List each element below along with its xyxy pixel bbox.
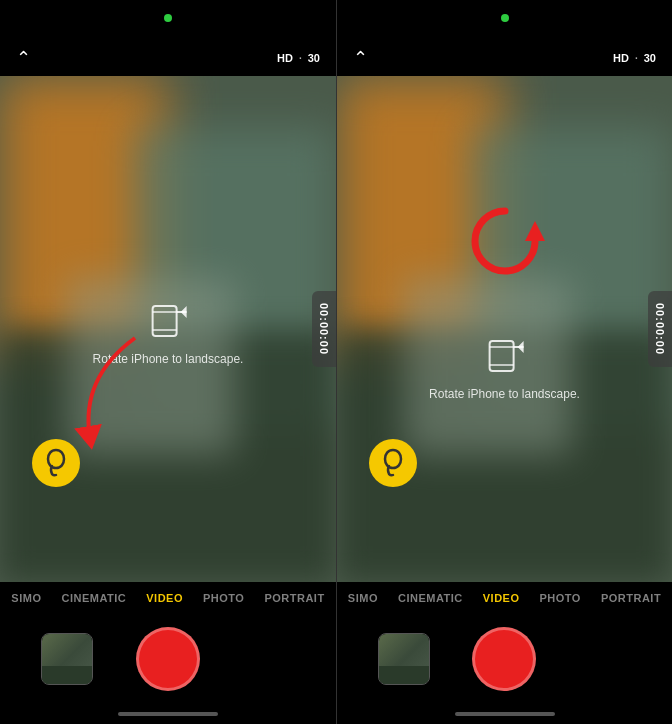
rotate-text-right: Rotate iPhone to landscape. (429, 387, 580, 401)
camera-top-bar-right: ⌃ HD · 30 (337, 40, 672, 76)
thumb-stripe-right (379, 666, 429, 684)
phone-panel-right: ⌃ HD · 30 (336, 0, 672, 724)
mode-simo-left[interactable]: SIMO (1, 592, 51, 604)
mode-video-left[interactable]: VIDEO (136, 592, 193, 604)
mode-cinematic-left[interactable]: CINEMATIC (51, 592, 136, 604)
rotate-icon-left (143, 292, 193, 342)
chevron-up-icon-left[interactable]: ⌃ (16, 49, 31, 67)
spacer-right-left (243, 633, 295, 685)
rotate-message-right: Rotate iPhone to landscape. (429, 327, 580, 401)
thumbnail-right[interactable] (378, 633, 430, 685)
thumbnail-left[interactable] (41, 633, 93, 685)
yellow-btn-left[interactable] (32, 439, 80, 487)
rotate-icon-right (480, 327, 530, 377)
yellow-btn-right[interactable] (369, 439, 417, 487)
phone-panel-left: ⌃ HD · 30 Rotate iPhone to landscape. (0, 0, 336, 724)
mode-portrait-left[interactable]: PORTRAIT (254, 592, 334, 604)
svg-rect-6 (490, 341, 514, 371)
record-button-left[interactable] (136, 627, 200, 691)
viewfinder-left[interactable]: Rotate iPhone to landscape. 00:00:00 (0, 76, 336, 582)
svg-rect-0 (153, 306, 177, 336)
dot-sep-right: · (635, 53, 638, 64)
mode-selector-right: SIMO CINEMATIC VIDEO PHOTO PORTRAIT (337, 582, 672, 614)
viewfinder-right[interactable]: Rotate iPhone to landscape. 00:00:00 (337, 76, 672, 582)
top-controls-left: HD · 30 (277, 52, 320, 64)
chevron-up-icon-right[interactable]: ⌃ (353, 49, 368, 67)
mode-selector-left: SIMO CINEMATIC VIDEO PHOTO PORTRAIT (0, 582, 336, 614)
record-button-right[interactable] (472, 627, 536, 691)
status-bar-left (0, 0, 336, 40)
timer-left: 00:00:00 (312, 291, 336, 367)
spacer-right-right (579, 633, 631, 685)
fps-badge-left: 30 (308, 52, 320, 64)
bottom-bar-left (0, 614, 336, 704)
home-indicator-right (337, 704, 672, 724)
home-bar-left (118, 712, 218, 716)
status-dot-right (501, 14, 509, 22)
thumb-stripe-left (42, 666, 92, 684)
mode-video-right[interactable]: VIDEO (473, 592, 530, 604)
mode-portrait-right[interactable]: PORTRAIT (591, 592, 671, 604)
home-indicator-left (0, 704, 336, 724)
mode-simo-right[interactable]: SIMO (338, 592, 388, 604)
dot-sep-left: · (299, 53, 302, 64)
status-bar-right (337, 0, 672, 40)
red-rotate-icon-right (460, 196, 550, 299)
hd-badge-left: HD (277, 52, 293, 64)
mode-cinematic-right[interactable]: CINEMATIC (388, 592, 473, 604)
mode-photo-left[interactable]: PHOTO (193, 592, 254, 604)
home-bar-right (455, 712, 555, 716)
hd-badge-right: HD (613, 52, 629, 64)
svg-marker-5 (525, 221, 545, 241)
timer-right: 00:00:00 (648, 291, 672, 367)
mode-photo-right[interactable]: PHOTO (530, 592, 591, 604)
fps-badge-right: 30 (644, 52, 656, 64)
top-controls-right: HD · 30 (613, 52, 656, 64)
bottom-bar-right (337, 614, 672, 704)
red-arrow-left (60, 328, 150, 462)
status-dot-left (164, 14, 172, 22)
camera-top-bar-left: ⌃ HD · 30 (0, 40, 336, 76)
